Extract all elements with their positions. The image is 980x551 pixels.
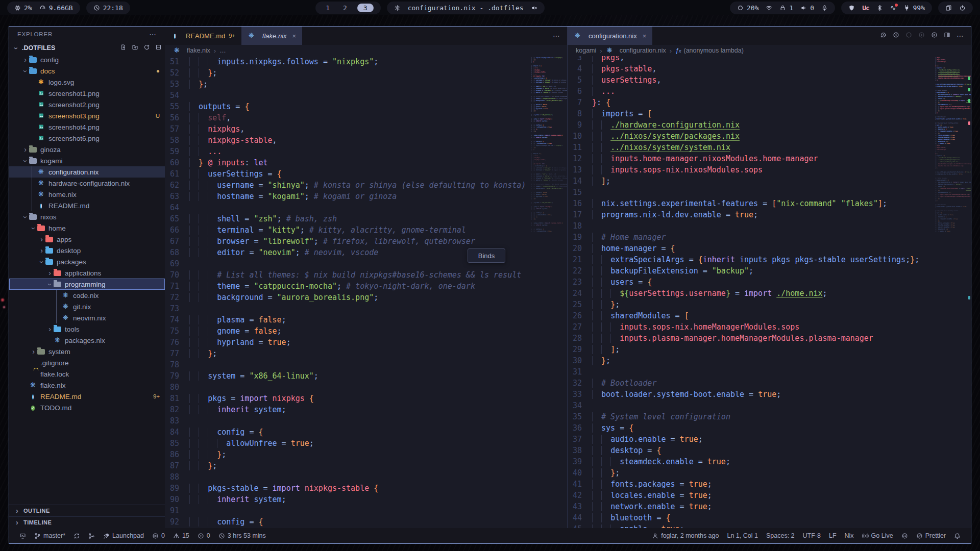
code-line[interactable]: 83 <box>165 415 531 427</box>
tab-flake.nix[interactable]: ❋flake.nix× <box>241 27 302 45</box>
tree-item-system[interactable]: ›system <box>9 346 165 357</box>
code-line[interactable]: 22 backupFileExtension = "backup"; <box>568 265 935 277</box>
tree-item-README.md[interactable]: iREADME.md <box>9 200 165 211</box>
code-line[interactable]: 74 plasma = false; <box>165 314 531 325</box>
breadcrumb-right[interactable]: kogami›❋configuration.nix›ƒx(anonymous l… <box>568 45 971 56</box>
code-line[interactable]: 29 ]; <box>568 344 935 355</box>
code-line[interactable]: 79 system = "x86_64-linux"; <box>165 370 531 382</box>
code-line[interactable]: 80 <box>165 382 531 393</box>
nav-back-icon[interactable] <box>893 32 899 40</box>
code-line[interactable]: 62 username = "shinya"; # konsta or shin… <box>165 180 531 191</box>
code-line[interactable]: 44 bluetooth = { <box>568 512 935 523</box>
statusbar-item-foglar-2-months-ago[interactable]: foglar, 2 months ago <box>648 532 723 539</box>
code-line[interactable]: 20 home-manager = { <box>568 243 935 254</box>
code-line[interactable]: 65 shell = "zsh"; # bash, zsh <box>165 213 531 224</box>
tree-item-home.nix[interactable]: ❋home.nix <box>9 189 165 200</box>
statusbar-item-0[interactable]: 0 <box>193 532 214 539</box>
tree-item-.gitignore[interactable]: .gitignore <box>9 357 165 368</box>
breadcrumb-left[interactable]: ❋flake.nix›… <box>165 45 567 56</box>
code-line[interactable]: 71 theme = "catppuccin-mocha"; # tokyo-n… <box>165 281 531 292</box>
code-line[interactable]: 86 }; <box>165 449 531 460</box>
collapse-all-icon[interactable] <box>155 44 162 52</box>
code-line[interactable]: 59 ... <box>165 146 531 157</box>
code-line[interactable]: 5 userSettings, <box>568 74 935 86</box>
statusbar-item-go-live[interactable]: Go Live <box>858 532 897 539</box>
code-line[interactable]: 19 # Home manager <box>568 232 935 243</box>
code-line[interactable]: 89 pkgs-stable = import nixpkgs-stable { <box>165 483 531 494</box>
code-line[interactable]: 55 outputs = { <box>165 101 531 112</box>
tree-item-flake.lock[interactable]: flake.lock <box>9 368 165 380</box>
topbar-pill-left-0[interactable]: 2%9.66GB <box>7 2 80 14</box>
tree-item-logo.svg[interactable]: ✱logo.svg <box>9 77 165 88</box>
new-file-icon[interactable] <box>120 44 127 52</box>
code-line[interactable]: 58 nixpkgs-stable, <box>165 135 531 146</box>
statusbar-item[interactable] <box>897 533 912 539</box>
workspace-root-row[interactable]: › .DOTFILES <box>9 42 165 54</box>
minimap-left[interactable]: inputs.nixpkgs.follows = "nixpkgs"; }; }… <box>531 56 567 528</box>
code-line[interactable]: 51 inputs.nixpkgs.follows = "nixpkgs"; <box>165 56 531 67</box>
tree-item-apps[interactable]: ›apps <box>9 234 165 245</box>
code-line[interactable]: 72 background = "aurora_borealis.png"; <box>165 292 531 303</box>
workspace-switcher[interactable]: 123 <box>315 2 380 14</box>
code-line[interactable]: 8 imports = [ <box>568 108 935 119</box>
code-line[interactable]: 85 allowUnfree = true; <box>165 438 531 449</box>
code-line[interactable]: 56 self, <box>165 112 531 123</box>
tree-item-screenshot2.png[interactable]: screenshot2.png <box>9 99 165 110</box>
code-line[interactable]: 10 ../nixos/system/packages.nix <box>568 131 935 142</box>
topbar-pill-right-0[interactable]: 20%10 <box>730 2 835 14</box>
statusbar-item-lf[interactable]: LF <box>825 532 841 539</box>
code-line[interactable]: 39 steamdeck.enable = true; <box>568 456 935 467</box>
outline-section[interactable]: › OUTLINE <box>9 505 165 516</box>
tree-item-packages[interactable]: ›packages <box>9 256 165 267</box>
code-line[interactable]: 24 ${userSettings.username} = import ./h… <box>568 288 935 299</box>
code-line[interactable]: 78 <box>165 359 531 370</box>
tree-item-screenshot1.png[interactable]: screenshot1.png <box>9 88 165 99</box>
code-line[interactable]: 34 <box>568 400 935 411</box>
workspace-2[interactable]: 2 <box>340 4 350 12</box>
close-icon[interactable]: × <box>643 32 647 40</box>
topbar-pill-right-2[interactable] <box>938 2 973 14</box>
statusbar-item-utf-8[interactable]: UTF-8 <box>799 532 825 539</box>
code-line[interactable]: 31 <box>568 366 935 378</box>
statusbar-item-nix[interactable]: Nix <box>841 532 858 539</box>
code-line[interactable]: 92 config = { <box>165 516 531 528</box>
code-line[interactable]: 70 # List all themes: $ nix build nixpkg… <box>165 269 531 281</box>
code-line[interactable]: 15 <box>568 187 935 198</box>
code-line[interactable]: 87 }; <box>165 460 531 471</box>
breadcrumb-item[interactable]: … <box>219 47 226 54</box>
tree-item-home[interactable]: ›home <box>9 222 165 234</box>
statusbar-item-spaces-2[interactable]: Spaces: 2 <box>762 532 799 539</box>
tree-item-nixos[interactable]: ›nixos <box>9 211 165 222</box>
statusbar-item-0[interactable]: 0 <box>148 532 169 539</box>
code-line[interactable]: 27 inputs.sops-nix.homeManagerModules.so… <box>568 321 935 333</box>
statusbar-item-ln-1-col-1[interactable]: Ln 1, Col 1 <box>723 532 762 539</box>
nav-forward-icon[interactable] <box>918 32 925 40</box>
run-icon[interactable] <box>931 32 938 40</box>
statusbar-item[interactable] <box>84 533 99 539</box>
code-line[interactable]: 9 ./hardware-configuration.nix <box>568 119 935 131</box>
code-line[interactable]: 82 inherit system; <box>165 404 531 415</box>
code-line[interactable]: 4 pkgs-stable, <box>568 63 935 74</box>
code-line[interactable]: 76 hyprland = true; <box>165 337 531 348</box>
code-line[interactable]: 88 <box>165 471 531 483</box>
code-line[interactable]: 14 ]; <box>568 176 935 187</box>
code-line[interactable]: 41 fonts.packages = true; <box>568 479 935 490</box>
code-line[interactable]: 23 users = { <box>568 277 935 288</box>
close-icon[interactable]: × <box>292 32 297 40</box>
code-line[interactable]: 21 extraSpecialArgs = {inherit inputs pk… <box>568 254 935 265</box>
nav-circle-icon[interactable] <box>905 32 912 40</box>
code-line[interactable]: 7}: { <box>568 97 935 108</box>
tree-item-TODO.md[interactable]: ✓TODO.md <box>9 402 165 413</box>
tree-item-README.md[interactable]: iREADME.md9+ <box>9 391 165 402</box>
code-line[interactable]: 90 inherit system; <box>165 494 531 505</box>
code-line[interactable]: 81 pkgs = import nixpkgs { <box>165 393 531 404</box>
code-line[interactable]: 75 gnome = false; <box>165 325 531 337</box>
statusbar-item[interactable] <box>950 533 965 539</box>
topbar-pill-right-1[interactable]: Uc∿99% <box>841 2 932 14</box>
workspace-1[interactable]: 1 <box>323 4 333 12</box>
tab-README.md[interactable]: iREADME.md9+ <box>165 27 241 45</box>
tree-item-ginoza[interactable]: ›ginoza <box>9 144 165 155</box>
statusbar-item-15[interactable]: 15 <box>169 532 193 539</box>
code-line[interactable]: 3 pkgs, <box>568 56 935 63</box>
tree-item-kogami[interactable]: ›kogami <box>9 155 165 166</box>
